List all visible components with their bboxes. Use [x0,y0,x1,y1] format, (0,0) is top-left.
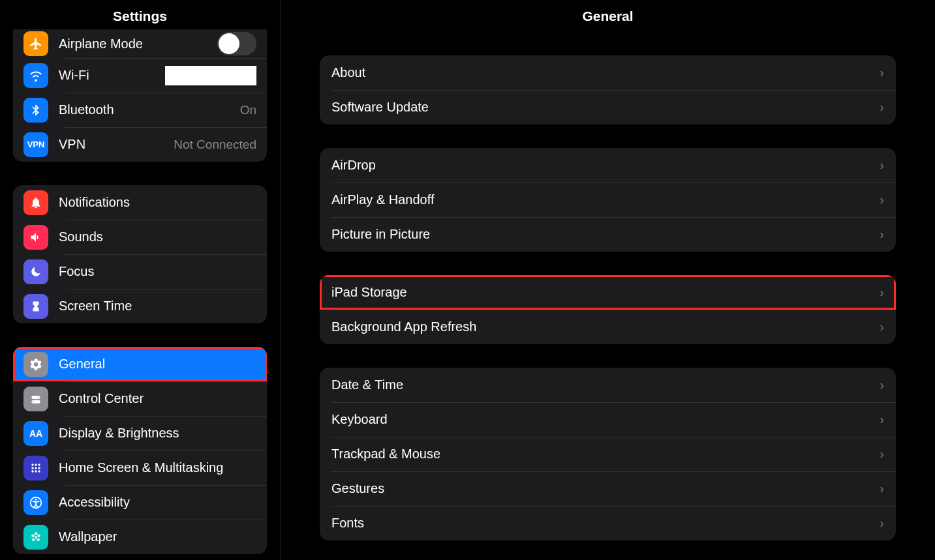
sidebar-item-focus[interactable]: Focus [13,254,267,289]
sidebar-item-wallpaper[interactable]: Wallpaper [13,520,267,554]
about-label: About [331,65,880,80]
chevron-right-icon: › [880,447,884,462]
accessibility-label: Accessibility [59,495,256,510]
row-fonts[interactable]: Fonts › [320,506,896,540]
trackpad-label: Trackpad & Mouse [331,447,880,462]
gear-icon [23,352,48,377]
chevron-right-icon: › [880,377,884,392]
svg-point-12 [35,532,38,535]
sidebar-item-display-brightness[interactable]: AA Display & Brightness [13,416,267,450]
accessibility-icon [23,490,48,515]
bluetooth-icon [23,98,48,123]
sidebar-item-notifications[interactable]: Notifications [13,185,267,220]
general-group-about: About › Software Update › [320,55,896,125]
sidebar-item-airplane-mode[interactable]: Airplane Mode [13,29,267,58]
settings-sidebar: Settings Airplane Mode Wi-Fi Bluetooth O… [0,0,281,560]
airplay-label: AirPlay & Handoff [331,192,880,207]
row-airdrop[interactable]: AirDrop › [320,148,896,183]
svg-point-11 [35,536,37,538]
grid-icon [23,456,48,480]
sidebar-item-vpn[interactable]: VPN VPN Not Connected [13,127,267,162]
row-background-app-refresh[interactable]: Background App Refresh › [320,310,896,344]
bluetooth-label: Bluetooth [59,102,240,117]
switches-icon [23,387,48,411]
row-ipad-storage[interactable]: iPad Storage › [320,275,896,310]
gestures-label: Gestures [331,481,880,496]
chevron-right-icon: › [880,227,884,242]
svg-point-13 [37,534,40,537]
svg-point-15 [32,538,35,541]
sidebar-item-general[interactable]: General [13,347,267,381]
content-title-bar: General [281,0,935,29]
row-date-time[interactable]: Date & Time › [320,368,896,402]
keyboard-label: Keyboard [331,412,880,427]
row-gestures[interactable]: Gestures › [320,471,896,506]
general-group-sharing: AirDrop › AirPlay & Handoff › Picture in… [320,148,896,252]
svg-point-7 [35,470,37,472]
vpn-label: VPN [59,137,174,152]
sidebar-item-bluetooth[interactable]: Bluetooth On [13,93,267,127]
chevron-right-icon: › [880,65,884,80]
fonts-label: Fonts [331,516,880,531]
text-size-icon: AA [23,421,48,446]
moon-icon [23,259,48,284]
bell-icon [23,190,48,215]
svg-point-0 [31,464,33,465]
row-airplay-handoff[interactable]: AirPlay & Handoff › [320,183,896,217]
sidebar-group-device: General Control Center AA Display & Brig… [13,347,267,554]
storage-label: iPad Storage [331,285,880,300]
screentime-label: Screen Time [59,299,256,314]
airplane-toggle[interactable] [217,32,256,55]
chevron-right-icon: › [880,158,884,173]
svg-point-14 [37,538,40,541]
chevron-right-icon: › [880,100,884,115]
wifi-value-redacted [165,66,256,85]
svg-point-5 [38,467,40,469]
wifi-label: Wi-Fi [59,68,165,83]
display-label: Display & Brightness [59,426,256,441]
general-label: General [59,357,256,372]
sidebar-item-home-screen[interactable]: Home Screen & Multitasking [13,450,267,485]
row-trackpad-mouse[interactable]: Trackpad & Mouse › [320,437,896,471]
speaker-icon [23,225,48,250]
sounds-label: Sounds [59,229,256,244]
airplane-icon [23,31,48,56]
chevron-right-icon: › [880,285,884,300]
bluetooth-value: On [240,103,256,117]
sidebar-item-wifi[interactable]: Wi-Fi [13,58,267,93]
sidebar-item-accessibility[interactable]: Accessibility [13,485,267,520]
wallpaper-label: Wallpaper [59,529,256,544]
wifi-icon [23,63,48,88]
controlcenter-label: Control Center [59,391,256,406]
chevron-right-icon: › [880,481,884,496]
svg-point-3 [31,467,33,469]
chevron-right-icon: › [880,412,884,427]
sidebar-item-control-center[interactable]: Control Center [13,381,267,416]
datetime-label: Date & Time [331,377,880,392]
row-picture-in-picture[interactable]: Picture in Picture › [320,217,896,252]
svg-point-16 [31,534,35,537]
row-about[interactable]: About › [320,55,896,90]
sidebar-item-screen-time[interactable]: Screen Time [13,289,267,323]
svg-point-1 [35,464,37,465]
svg-point-4 [35,467,37,469]
vpn-icon: VPN [23,132,48,157]
flower-icon [23,525,48,550]
content-pane: General About › Software Update › AirDro… [281,0,935,560]
sidebar-group-network: Airplane Mode Wi-Fi Bluetooth On VPN VPN… [13,29,267,162]
general-group-storage: iPad Storage › Background App Refresh › [320,275,896,344]
row-software-update[interactable]: Software Update › [320,90,896,125]
vpn-value: Not Connected [174,138,256,152]
svg-point-6 [31,470,33,472]
software-label: Software Update [331,100,880,115]
notifications-label: Notifications [59,195,256,210]
sidebar-item-sounds[interactable]: Sounds [13,220,267,254]
homescreen-label: Home Screen & Multitasking [59,460,256,475]
hourglass-icon [23,294,48,319]
general-group-input: Date & Time › Keyboard › Trackpad & Mous… [320,368,896,540]
chevron-right-icon: › [880,319,884,334]
sidebar-group-alerts: Notifications Sounds Focus Screen Time [13,185,267,323]
svg-point-10 [35,499,37,501]
focus-label: Focus [59,264,256,279]
row-keyboard[interactable]: Keyboard › [320,402,896,437]
